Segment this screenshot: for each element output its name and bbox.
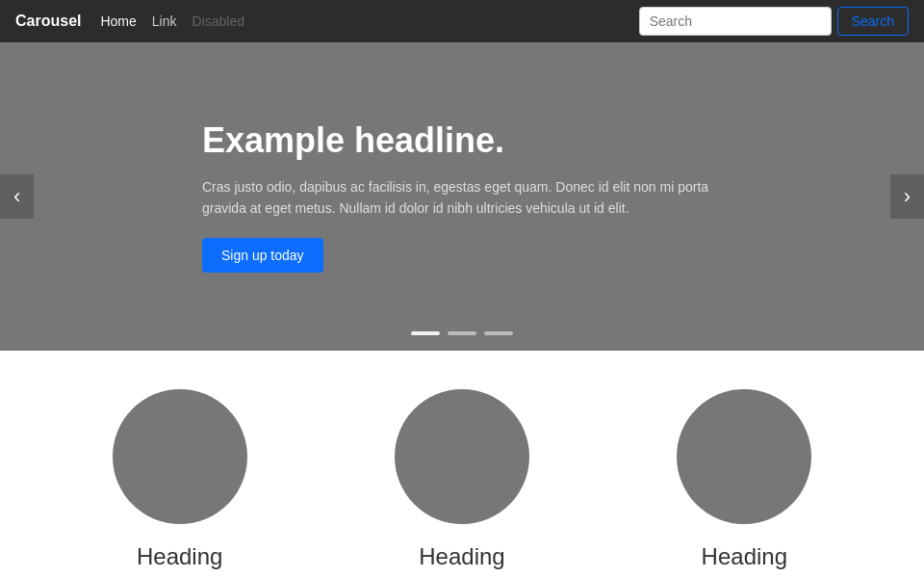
feature-card-0: Heading Donec sed odio dui. Etiam porta …: [58, 389, 301, 578]
feature-image-1: [395, 389, 529, 524]
carousel-text: Cras justo odio, dapibus ac facilisis in…: [202, 176, 722, 220]
navbar: Carousel Home Link Disabled Search: [0, 0, 924, 42]
navbar-brand[interactable]: Carousel: [15, 13, 81, 30]
feature-heading-0: Heading: [58, 543, 301, 570]
carousel-next-button[interactable]: ›: [890, 174, 924, 219]
feature-heading-1: Heading: [340, 543, 583, 570]
carousel-indicator-1[interactable]: [448, 331, 476, 335]
nav-link-link[interactable]: Link: [152, 13, 177, 29]
navbar-search: Search: [639, 7, 909, 36]
carousel-content: Example headline. Cras justo odio, dapib…: [125, 120, 799, 274]
nav-link-home[interactable]: Home: [100, 13, 136, 29]
search-button[interactable]: Search: [837, 7, 909, 36]
features-section: Heading Donec sed odio dui. Etiam porta …: [0, 351, 924, 578]
feature-heading-2: Heading: [623, 543, 866, 570]
carousel: ‹ Example headline. Cras justo odio, dap…: [0, 42, 924, 351]
carousel-indicator-0[interactable]: [411, 331, 440, 335]
feature-image-2: [677, 389, 811, 524]
nav-link-disabled: Disabled: [192, 13, 244, 29]
carousel-title: Example headline.: [202, 120, 722, 161]
feature-card-2: Heading Donec sed odio dui. Cras justo o…: [623, 389, 866, 578]
carousel-cta-button[interactable]: Sign up today: [202, 238, 323, 273]
search-input[interactable]: [639, 7, 832, 36]
carousel-prev-button[interactable]: ‹: [0, 174, 34, 219]
feature-card-1: Heading Duis mollis, est non commodo luc…: [340, 389, 583, 578]
nav-links: Home Link Disabled: [100, 13, 638, 29]
carousel-indicators: [411, 331, 513, 335]
carousel-indicator-2[interactable]: [484, 331, 513, 335]
feature-image-0: [113, 389, 247, 524]
